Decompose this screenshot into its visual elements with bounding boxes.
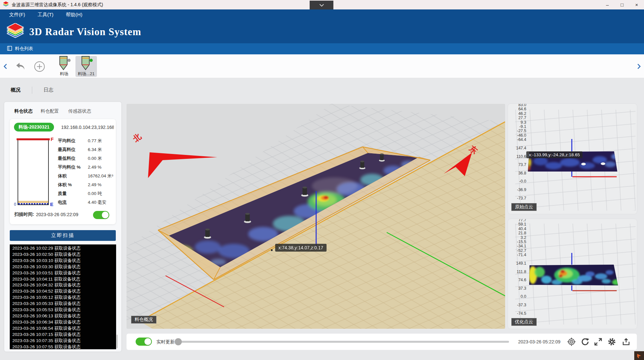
tick-label: -74.5 bbox=[510, 310, 526, 318]
tick-label: 74.6 bbox=[510, 276, 526, 284]
brand-logo-icon bbox=[7, 23, 24, 41]
back-button[interactable] bbox=[15, 61, 27, 72]
log-entry: 2023-03-26 10:06:13 获取设备状态 bbox=[12, 313, 116, 319]
close-button[interactable]: × bbox=[629, 0, 644, 9]
silo-item-stockyard-21[interactable]: 料场...21 bbox=[75, 56, 97, 77]
tick-label: -15.5 bbox=[510, 240, 526, 244]
window-controls: – □ × bbox=[600, 0, 644, 9]
minimize-button[interactable]: – bbox=[600, 0, 615, 9]
tick-label: 64.6 bbox=[510, 107, 526, 111]
tick-label: 36.8 bbox=[510, 169, 526, 178]
realtime-label: 实时更新 bbox=[156, 339, 175, 345]
log-entry: 2023-03-26 10:04:11 获取设备状态 bbox=[12, 276, 116, 283]
timeline-slider-track[interactable] bbox=[177, 341, 509, 343]
main-3d-scene: 北 东 bbox=[127, 104, 505, 329]
log-entry: 2023-03-26 10:02:29 获取设备状态 bbox=[12, 245, 116, 252]
scroll-right-button[interactable] bbox=[636, 63, 642, 70]
metric-value: 0.00 米 bbox=[88, 156, 102, 161]
timeline-slider-handle[interactable] bbox=[175, 338, 182, 345]
export-button[interactable] bbox=[622, 337, 631, 346]
tick-label: 73.7 bbox=[510, 161, 526, 169]
realtime-toggle[interactable] bbox=[136, 338, 152, 346]
raw-point-cloud-panel[interactable]: 83.064.646.227.79.3-9.1-27.5-46.0-64.4 1… bbox=[508, 104, 637, 214]
tick-label: 149.1 bbox=[510, 259, 526, 268]
silo-icon bbox=[79, 56, 93, 70]
silo-ip-address: 192.168.0.104:23,192.168.0 bbox=[61, 125, 114, 130]
menu-item-tools[interactable]: 工具(T) bbox=[37, 12, 53, 18]
recenter-button[interactable] bbox=[567, 337, 576, 346]
gauge-full-label: F bbox=[51, 136, 54, 142]
add-silo-button[interactable] bbox=[34, 61, 46, 73]
sensor-dot bbox=[601, 162, 605, 165]
playback-timestamp: 2023-03-26 05:22:09 bbox=[518, 339, 560, 344]
tab-sensor-status[interactable]: 传感器状态 bbox=[68, 108, 91, 114]
tab-overview[interactable]: 概况 bbox=[11, 87, 20, 93]
tick-label: -52.7 bbox=[510, 249, 526, 253]
metric-label: 最低料位 bbox=[58, 156, 88, 161]
maximize-button[interactable]: □ bbox=[615, 0, 629, 9]
titlebar: 金波嘉源三维雷达成像系统 - 1.4.6 (观察模式) – □ × bbox=[0, 0, 644, 9]
log-entry: 2023-03-26 10:07:35 获取设备状态 bbox=[12, 338, 116, 344]
chevron-down-icon bbox=[319, 4, 324, 7]
app-title: 3D Radar Vision System bbox=[29, 26, 141, 38]
metric-value: 4.40 毫安 bbox=[88, 200, 106, 205]
device-log[interactable]: 2023-03-26 10:02:29 获取设备状态 2023-03-26 10… bbox=[10, 244, 116, 349]
toggle-knob bbox=[144, 338, 151, 345]
tick-label: -46.0 bbox=[510, 133, 526, 138]
tick-label: 27.7 bbox=[510, 116, 526, 120]
left-panel-tabs: 料仓状态 料仓配置 传感器状态 bbox=[4, 106, 121, 118]
silo-list-bar: 料仓列表 bbox=[0, 43, 644, 54]
metric-label: 最高料位 bbox=[58, 147, 88, 153]
scan-toggle[interactable] bbox=[93, 211, 109, 219]
silo-list-icon bbox=[7, 46, 12, 52]
metric-value: 2.49 % bbox=[88, 182, 101, 187]
metric-value: 0.00 吨 bbox=[88, 191, 102, 197]
log-scrollbar[interactable] bbox=[116, 335, 118, 348]
log-entry: 2023-03-26 10:06:54 获取设备状态 bbox=[12, 325, 116, 332]
tab-silo-status[interactable]: 料仓状态 bbox=[14, 108, 33, 114]
tick-label: 21.8 bbox=[510, 231, 526, 235]
tick-label: -64.4 bbox=[510, 138, 526, 142]
log-entry: 2023-03-26 10:03:30 获取设备状态 bbox=[12, 264, 116, 270]
metric-row: 体积 % 2.49 % bbox=[58, 180, 113, 189]
tab-log[interactable]: 日志 bbox=[44, 87, 53, 93]
back-arrow-icon bbox=[16, 62, 26, 71]
titlebar-dropdown-tab[interactable] bbox=[310, 1, 333, 9]
target-icon bbox=[567, 338, 576, 346]
tick-label: -9.1 bbox=[510, 125, 526, 129]
menu-item-file[interactable]: 文件(F) bbox=[9, 12, 25, 18]
metric-row: 最低料位 0.00 米 bbox=[58, 154, 113, 163]
picked-point-marker bbox=[271, 249, 273, 251]
tab-silo-config[interactable]: 料仓配置 bbox=[41, 108, 59, 114]
tab-divider bbox=[32, 87, 32, 94]
chevron-left-icon bbox=[4, 63, 7, 69]
scan-time-label: 扫描时间: bbox=[14, 212, 34, 217]
scan-now-button[interactable]: 立即扫描 bbox=[10, 230, 116, 241]
raw-cloud-label: 原始点云 bbox=[511, 203, 537, 211]
optimized-point-cloud-panel[interactable]: 77.759.140.421.83.2-15.5-34.1-52.7-71.4 … bbox=[508, 219, 637, 329]
silo-item-stockyard[interactable]: 料场 bbox=[53, 56, 75, 77]
scroll-left-button[interactable] bbox=[2, 63, 8, 70]
refresh-icon bbox=[581, 338, 589, 346]
tick-label: 110.6 bbox=[510, 153, 526, 161]
coordinate-tooltip: x:74.38,y:14.07,z:0.17 bbox=[275, 244, 327, 252]
tick-label: 0.0 bbox=[510, 293, 526, 301]
chevron-right-icon bbox=[637, 63, 641, 69]
metric-label: 体积 % bbox=[58, 182, 88, 188]
metric-label: 平均料位 % bbox=[58, 164, 88, 170]
refresh-button[interactable] bbox=[581, 337, 590, 346]
silo-level-gauge: F E 0 bbox=[18, 139, 49, 205]
plus-circle-icon bbox=[34, 61, 45, 72]
settings-button[interactable] bbox=[607, 337, 616, 346]
metric-label: 体积 bbox=[58, 173, 88, 179]
menu-item-help[interactable]: 帮助(H) bbox=[66, 12, 82, 18]
log-entry: 2023-03-26 10:03:10 获取设备状态 bbox=[12, 258, 116, 264]
silo-status-card: 料场-20230321 192.168.0.104:23,192.168.0 F… bbox=[10, 119, 116, 224]
log-entry: 2023-03-26 10:04:52 获取设备状态 bbox=[12, 288, 116, 295]
silo-status-panel: 料仓状态 料仓配置 传感器状态 料场-20230321 192.168.0.10… bbox=[4, 102, 121, 352]
main-3d-view[interactable]: 北 东 x:74.38,y:14.07,z:0.17 料仓概况 bbox=[127, 104, 505, 329]
gauge-material-fill bbox=[18, 201, 48, 203]
z-axis-ticks: 83.064.646.227.79.3-9.1-27.5-46.0-64.4 bbox=[510, 104, 526, 142]
tick-label: -71.4 bbox=[510, 253, 526, 257]
fullscreen-button[interactable] bbox=[594, 337, 603, 346]
